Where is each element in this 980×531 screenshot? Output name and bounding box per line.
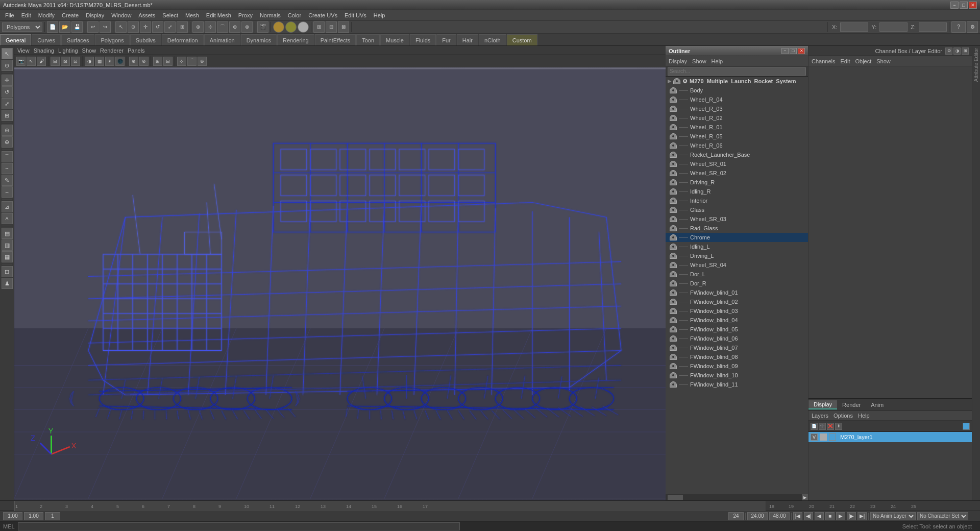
visibility-icon[interactable]	[670, 133, 677, 139]
dimension-btn[interactable]: ⊿	[2, 201, 13, 212]
outliner-item[interactable]: —— Body	[666, 86, 808, 95]
cb-menu-channels[interactable]: Channels	[812, 58, 835, 64]
visibility-icon[interactable]	[670, 106, 677, 112]
open-scene-button[interactable]: 📂	[59, 21, 70, 33]
le-tab-anim[interactable]: Anim	[866, 401, 889, 409]
outliner-item[interactable]: —— Wheel_SR_01	[666, 159, 808, 168]
workspace-selector[interactable]: Polygons Modeling Animation	[2, 22, 42, 32]
tab-hair[interactable]: Hair	[457, 34, 478, 45]
vp-menu-renderer[interactable]: Renderer	[100, 47, 124, 54]
menu-select[interactable]: Select	[159, 11, 181, 19]
char-set-btn[interactable]: ♟	[2, 278, 13, 289]
visibility-icon[interactable]	[670, 87, 677, 93]
visibility-icon[interactable]	[670, 216, 677, 222]
render-button[interactable]: 🎬	[257, 21, 268, 33]
outliner-h-scrollbar[interactable]: ▶	[666, 494, 808, 500]
visibility-icon[interactable]	[670, 96, 677, 103]
menu-modify[interactable]: Modify	[35, 11, 58, 19]
cb-menu-edit[interactable]: Edit	[840, 58, 850, 64]
timeline-ruler[interactable]: 1 2 3 4 5 6 7 8 9 10 11 12 13 14 15 16 1…	[14, 501, 766, 511]
snap-surface-button[interactable]: ⊗	[241, 21, 253, 33]
vp-tb-wireframe[interactable]: ⊟	[51, 57, 60, 66]
outliner-item[interactable]: —— FWindow_blind_03	[666, 306, 808, 316]
coord-z-input[interactable]	[919, 22, 947, 32]
anim-layer-selector[interactable]: No Anim Layer	[870, 512, 916, 520]
outliner-item[interactable]: —— Wheel_R_02	[666, 113, 808, 123]
tab-polygons[interactable]: Polygons	[95, 34, 129, 45]
vp-tb-hud[interactable]: ⊟	[163, 57, 173, 66]
outliner-item[interactable]: —— FWindow_blind_05	[666, 325, 808, 334]
snap-grid-button[interactable]: ⊹	[205, 21, 216, 33]
visibility-icon[interactable]	[670, 335, 677, 342]
visibility-icon[interactable]	[670, 253, 677, 259]
display-layer-btn[interactable]: ▤	[2, 228, 13, 239]
outliner-menu-help[interactable]: Help	[712, 58, 723, 64]
snap-point-button[interactable]: ⊕	[229, 21, 240, 33]
tab-fur[interactable]: Fur	[436, 34, 456, 45]
tab-deformation[interactable]: Deformation	[162, 34, 204, 45]
outliner-item[interactable]: —— Dor_L	[666, 270, 808, 279]
smooth-button[interactable]: ⊠	[338, 21, 349, 33]
maximize-button[interactable]: □	[960, 2, 968, 9]
visibility-icon[interactable]	[670, 244, 677, 250]
le-menu-layers[interactable]: Layers	[812, 413, 828, 419]
outliner-item[interactable]: —— Idling_L	[666, 242, 808, 251]
show-grid-button[interactable]: ⊞	[313, 21, 325, 33]
frame-start-input[interactable]	[3, 512, 22, 520]
outliner-item[interactable]: —— Glass	[666, 205, 808, 214]
outliner-item[interactable]: —— Driving_R	[666, 178, 808, 187]
cb-menu-object[interactable]: Object	[855, 58, 871, 64]
transform-tool[interactable]: ⊞	[177, 21, 188, 33]
vp-tb-grid[interactable]: ⊞	[153, 57, 162, 66]
vp-menu-view[interactable]: View	[17, 47, 30, 54]
annotate-btn[interactable]: A	[2, 213, 13, 224]
viewport-canvas[interactable]: X Y Z	[14, 67, 666, 500]
scale-tool[interactable]: ⤢	[164, 21, 176, 33]
outliner-item[interactable]: —— Wheel_R_04	[666, 95, 808, 104]
pb-stop[interactable]: ■	[825, 512, 835, 520]
outliner-item[interactable]: —— FWindow_blind_08	[666, 352, 808, 361]
visibility-icon[interactable]	[670, 179, 677, 185]
visibility-icon[interactable]	[673, 78, 680, 84]
outliner-item[interactable]: —— Wheel_R_06	[666, 141, 808, 150]
vp-tb-light[interactable]: ☀	[105, 57, 114, 66]
pb-go-end[interactable]: ▶|	[857, 512, 867, 520]
menu-proxy[interactable]: Proxy	[235, 11, 256, 19]
pb-play-fwd[interactable]: ▶	[836, 512, 845, 520]
vp-menu-show[interactable]: Show	[82, 47, 96, 54]
scale-tool-btn[interactable]: ⤢	[2, 98, 13, 109]
visibility-icon[interactable]	[670, 299, 677, 305]
attr-editor-label[interactable]: Attribute Editor	[973, 48, 979, 82]
layer-color-swatch[interactable]	[829, 433, 836, 441]
playback-frame-input[interactable]	[45, 512, 60, 520]
vp-tb-snap-curve[interactable]: ⌒	[187, 57, 197, 66]
rotate-tool[interactable]: ↺	[152, 21, 163, 33]
le-tb-btn3[interactable]: ❌	[827, 423, 834, 430]
outliner-item[interactable]: —— FWindow_blind_06	[666, 334, 808, 343]
menu-edit[interactable]: Edit	[18, 11, 34, 19]
move-tool-btn[interactable]: ✛	[2, 75, 13, 86]
frame-current-input[interactable]	[24, 512, 43, 520]
visibility-icon[interactable]	[670, 372, 677, 378]
tab-general[interactable]: General	[0, 34, 31, 45]
rotate-tool-btn[interactable]: ↺	[2, 86, 13, 98]
outliner-item[interactable]: —— FWindow_blind_07	[666, 343, 808, 352]
vp-tb-xray[interactable]: ⊕	[129, 57, 138, 66]
visibility-icon[interactable]	[670, 198, 677, 204]
sculpt-btn[interactable]: ⊕	[2, 136, 13, 148]
outliner-item[interactable]: —— FWindow_blind_04	[666, 316, 808, 325]
outliner-menu-display[interactable]: Display	[669, 58, 687, 64]
visibility-icon[interactable]	[670, 363, 677, 369]
vp-tb-isolate[interactable]: ⊗	[139, 57, 149, 66]
select-tool-btn[interactable]: ↖	[2, 48, 13, 59]
le-tb-btn2[interactable]: ➕	[819, 423, 826, 430]
range-end-input[interactable]	[769, 512, 790, 520]
le-menu-options[interactable]: Options	[834, 413, 853, 419]
visibility-icon[interactable]	[670, 152, 677, 158]
universal-tool-btn[interactable]: ⊞	[2, 110, 13, 121]
minimize-button[interactable]: −	[950, 2, 959, 9]
vp-tb-snap-pt[interactable]: ⊛	[198, 57, 207, 66]
scroll-right-btn[interactable]: ▶	[802, 494, 808, 500]
outliner-max-btn[interactable]: □	[790, 48, 797, 54]
menu-edit-mesh[interactable]: Edit Mesh	[203, 11, 234, 19]
